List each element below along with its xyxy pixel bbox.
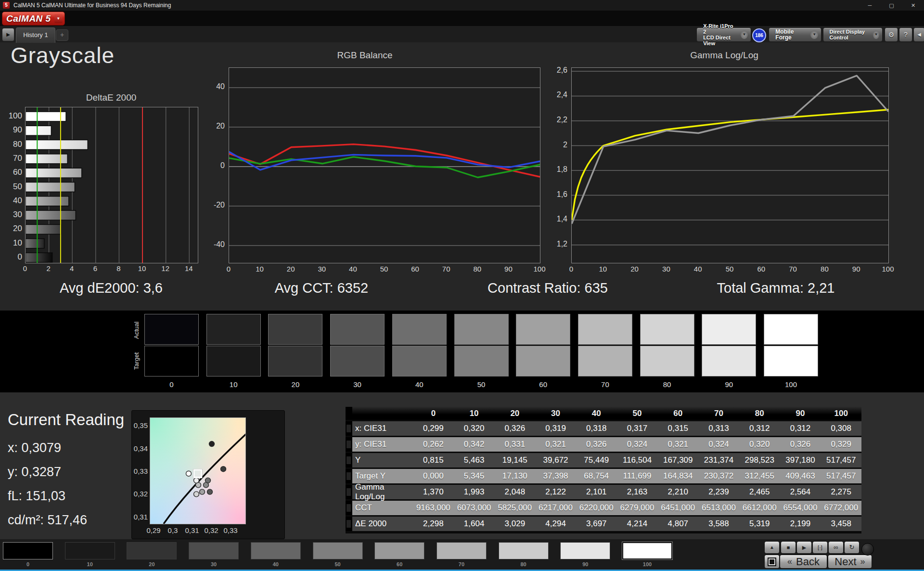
meter-button[interactable]: X-Rite i1Pro 2 LCD Direct View ▼ (696, 27, 751, 42)
source-button[interactable]: Mobile Forge ▼ (769, 27, 821, 42)
play-button[interactable]: ▶ (796, 541, 812, 554)
deltae-2000-chart: DeltaE 200010090807060504030201000246810… (0, 90, 221, 287)
table-cell: 0,000 (413, 469, 454, 483)
swatch-target-90 (702, 346, 756, 376)
cie-ytick: 0,32 (133, 490, 148, 498)
calman-window: 5 CalMAN 5 CalMAN Ultimate for Business … (0, 0, 924, 571)
swatch-tile-60 (516, 314, 570, 376)
pattern-tile-40[interactable] (251, 542, 301, 559)
calman-logo-button[interactable]: CalMAN 5 ▼ (2, 12, 65, 26)
pattern-up-button[interactable]: ▲ (764, 541, 780, 554)
stop-button[interactable]: ■ (781, 541, 796, 554)
table-cell: 17,130 (494, 469, 535, 483)
back-label: Back (796, 556, 820, 568)
deltae-ytick: 60 (4, 168, 22, 177)
swatch-tile-10 (206, 314, 261, 376)
pattern-tile-70[interactable] (436, 542, 487, 559)
add-tab-button[interactable]: + (56, 29, 68, 41)
pattern-tile-30[interactable] (189, 542, 239, 559)
bottom-panel: Current Reading x: 0,3079 y: 0,3287 fL: … (0, 392, 924, 539)
tab-history-1[interactable]: History 1 (16, 27, 55, 43)
cie-xtick: 0,3 (164, 526, 181, 534)
pattern-tile-0[interactable] (3, 542, 53, 559)
minimize-icon[interactable]: ─ (859, 0, 881, 11)
pattern-tile-90[interactable] (560, 542, 610, 559)
table-cell: 0,319 (535, 421, 576, 436)
loop-button[interactable]: ↻ (844, 541, 860, 554)
pattern-tile-50[interactable] (313, 542, 363, 559)
row-handle[interactable] (346, 517, 352, 531)
table-cell: 6217,000 (535, 501, 576, 515)
collapse-panel-icon[interactable]: ◀ (913, 27, 924, 42)
table-cell: 3,458 (821, 517, 861, 531)
row-handle[interactable] (346, 453, 352, 467)
help-icon[interactable]: ? (899, 27, 912, 42)
pattern-tile-10[interactable] (65, 542, 115, 559)
gamma-ytick: 1,4 (546, 215, 567, 223)
row-handle[interactable] (346, 437, 352, 452)
meter-dropdown-icon[interactable]: ▼ (741, 30, 748, 39)
stat-avg-de2000: Avg dE2000: 3,6 (60, 280, 163, 296)
row-handle[interactable] (346, 485, 352, 499)
interval-button[interactable]: [·] (812, 541, 828, 554)
deltae-xtick: 2 (46, 264, 50, 273)
row-label: Y (352, 453, 413, 467)
cie-scatter (150, 418, 245, 524)
table-cell: 4,294 (535, 517, 576, 531)
display-dropdown-icon[interactable]: ▼ (873, 30, 879, 39)
target-row-label: Target (133, 346, 141, 376)
table-cell: 2,048 (494, 485, 535, 499)
table-cell: 0,331 (494, 437, 535, 452)
gamma-xtick: 0 (569, 265, 573, 273)
gamma-ytick: 2 (546, 141, 567, 149)
table-cell: 5,319 (739, 517, 780, 531)
cie-xtick: 0,29 (145, 526, 162, 534)
table-cell: 116,504 (617, 453, 658, 467)
pattern-tile-100[interactable] (622, 542, 672, 559)
swatch-tile-80 (640, 314, 694, 376)
swatch-actual-60 (516, 314, 570, 345)
table-cell: 5,345 (454, 469, 495, 483)
maximize-icon[interactable]: ▢ (881, 0, 902, 11)
rgb-xtick: 40 (349, 265, 357, 273)
tab-scroll-button[interactable]: ▶ (2, 28, 14, 41)
logo-dropdown-icon[interactable]: ▼ (54, 14, 63, 23)
gamma-xtick: 40 (694, 265, 702, 273)
table-cell: 0,262 (413, 437, 454, 452)
source-dropdown-icon[interactable]: ▼ (810, 30, 818, 39)
table-cell: 0,318 (576, 421, 617, 436)
pattern-tile-80[interactable] (499, 542, 549, 559)
pattern-tile-20[interactable] (127, 542, 177, 559)
gamma-ytick: 2,6 (546, 66, 567, 75)
pattern-window-button[interactable] (764, 555, 780, 569)
table-cell: 2,298 (413, 517, 454, 531)
deltae-xtick: 8 (116, 264, 120, 273)
row-handle[interactable] (346, 469, 352, 483)
next-label: Next (834, 556, 856, 568)
rgb-ytick: -20 (204, 201, 225, 209)
table-cell: 2,239 (698, 485, 739, 499)
next-button[interactable]: Next » (828, 555, 872, 569)
meter-count-badge[interactable]: 186 (752, 28, 766, 42)
display-status-stripe (825, 29, 827, 40)
gamma-ytick: 1,6 (546, 190, 567, 199)
infinity-button[interactable]: ∞ (828, 541, 844, 554)
swatch-actual-80 (640, 314, 694, 345)
back-button[interactable]: « Back (780, 555, 827, 569)
row-handle[interactable] (346, 501, 352, 515)
deltae-plot (25, 107, 198, 263)
rgb-xtick: 50 (380, 265, 388, 273)
source-name: Mobile Forge (775, 29, 807, 40)
row-handle[interactable] (346, 421, 352, 436)
close-icon[interactable]: ✕ (902, 0, 924, 11)
current-reading-title: Current Reading (8, 411, 124, 429)
row-handle[interactable] (346, 407, 352, 420)
display-control-button[interactable]: Direct Display Control ▼ (823, 27, 883, 42)
stat-avg-cct: Avg CCT: 6352 (275, 280, 369, 296)
table-cell: 6513,000 (698, 501, 739, 515)
swatch-actual-10 (206, 314, 261, 345)
pattern-tile-60[interactable] (374, 542, 424, 559)
deltae-xtick: 4 (70, 264, 74, 273)
deltae-ytick: 80 (4, 140, 22, 149)
gear-icon[interactable]: ⚙ (885, 27, 898, 42)
